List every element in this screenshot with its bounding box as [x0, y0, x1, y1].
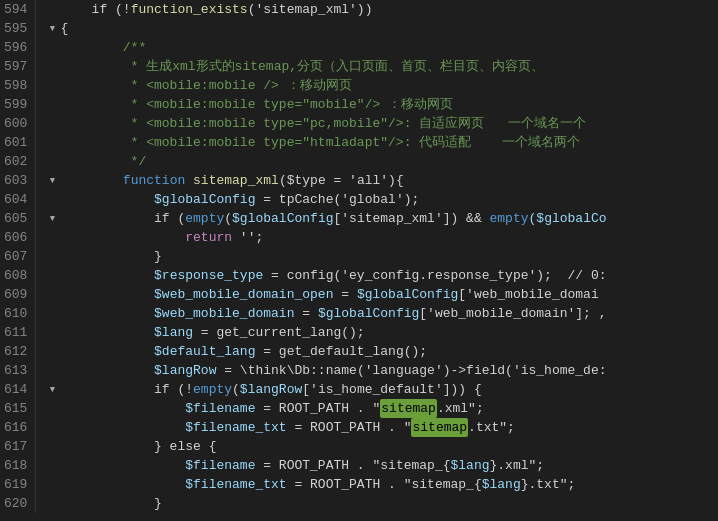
code-token: $lang — [154, 323, 193, 342]
code-line: ▾ function sitemap_xml($type = 'all'){ — [44, 171, 718, 190]
code-line: $web_mobile_domain_open = $globalConfig[… — [44, 285, 718, 304]
code-line: * 生成xml形式的sitemap,分页（入口页面、首页、栏目页、内容页、 — [44, 57, 718, 76]
line-number: 615 — [4, 399, 27, 418]
code-token: $langRow — [154, 361, 216, 380]
line-number: 616 — [4, 418, 27, 437]
code-token: $response_type — [154, 266, 263, 285]
code-token: ['web_mobile_domai — [458, 285, 598, 304]
code-token: } — [60, 494, 161, 513]
code-token: empty — [185, 209, 224, 228]
code-line: ▾{ — [44, 19, 718, 38]
code-line: * <mobile:mobile /> ：移动网页 — [44, 76, 718, 95]
code-token: = — [333, 285, 356, 304]
code-token: function_exists — [131, 0, 248, 19]
code-token — [60, 323, 154, 342]
line-number: 609 — [4, 285, 27, 304]
code-token: = ROOT_PATH . " — [255, 399, 380, 418]
code-token: * 生成xml形式的sitemap,分页（入口页面、首页、栏目页、内容页、 — [60, 57, 544, 76]
code-token: ('sitemap_xml')) — [248, 0, 373, 19]
line-number: 599 — [4, 95, 27, 114]
code-token: $globalConfig — [232, 209, 333, 228]
code-token: sitemap — [380, 399, 437, 418]
code-line: return ''; — [44, 228, 718, 247]
code-area[interactable]: if (!function_exists('sitemap_xml'))▾{ /… — [36, 0, 718, 513]
fold-gutter[interactable]: ▾ — [44, 171, 60, 190]
code-token: $filename_txt — [185, 418, 286, 437]
code-token: = — [294, 304, 317, 323]
code-token: if (! — [60, 380, 193, 399]
code-token: $globalConfig — [318, 304, 419, 323]
code-token — [60, 266, 154, 285]
code-token: empty — [193, 380, 232, 399]
code-token — [60, 475, 185, 494]
code-line: $langRow = \think\Db::name('language')->… — [44, 361, 718, 380]
code-line: if (!function_exists('sitemap_xml')) — [44, 0, 718, 19]
code-line: ▾ if (!empty($langRow['is_home_default']… — [44, 380, 718, 399]
line-number: 601 — [4, 133, 27, 152]
code-token: ['web_mobile_domain']; , — [419, 304, 606, 323]
code-line: } — [44, 494, 718, 513]
code-token: $langRow — [240, 380, 302, 399]
code-line: $filename_txt = ROOT_PATH . "sitemap.txt… — [44, 418, 718, 437]
line-number: 604 — [4, 190, 27, 209]
code-token: ['sitemap_xml']) && — [333, 209, 489, 228]
code-token: ['is_home_default'])) { — [302, 380, 481, 399]
code-token — [60, 190, 154, 209]
code-line: $lang = get_current_lang(); — [44, 323, 718, 342]
code-token: sitemap_xml — [193, 171, 279, 190]
code-token: ($type = 'all'){ — [279, 171, 404, 190]
code-token: $lang — [482, 475, 521, 494]
code-line: $response_type = config('ey_config.respo… — [44, 266, 718, 285]
code-token: = get_default_lang(); — [255, 342, 427, 361]
line-number: 596 — [4, 38, 27, 57]
code-token — [60, 342, 154, 361]
line-number: 608 — [4, 266, 27, 285]
code-token: $web_mobile_domain_open — [154, 285, 333, 304]
line-number: 597 — [4, 57, 27, 76]
code-token: ( — [224, 209, 232, 228]
code-line: } — [44, 247, 718, 266]
code-token: * <mobile:mobile /> ：移动网页 — [60, 76, 351, 95]
line-number: 605 — [4, 209, 27, 228]
fold-gutter[interactable]: ▾ — [44, 209, 60, 228]
code-token: function — [123, 171, 185, 190]
code-token: .txt"; — [468, 418, 515, 437]
line-number: 612 — [4, 342, 27, 361]
code-token: */ — [60, 152, 146, 171]
code-token: if (! — [60, 0, 130, 19]
code-token: ''; — [232, 228, 263, 247]
line-number: 619 — [4, 475, 27, 494]
line-number: 595 — [4, 19, 27, 38]
code-token: = tpCache('global'); — [255, 190, 419, 209]
code-token: /** — [60, 38, 146, 57]
line-numbers: 5945955965975985996006016026036046056066… — [0, 0, 36, 513]
code-line: $filename = ROOT_PATH . "sitemap.xml"; — [44, 399, 718, 418]
code-token: = get_current_lang(); — [193, 323, 365, 342]
code-token — [60, 456, 185, 475]
code-line: $filename = ROOT_PATH . "sitemap_{$lang}… — [44, 456, 718, 475]
code-token: $filename — [185, 456, 255, 475]
code-token: sitemap — [411, 418, 468, 437]
fold-gutter[interactable]: ▾ — [44, 380, 60, 399]
code-line: $filename_txt = ROOT_PATH . "sitemap_{$l… — [44, 475, 718, 494]
code-token: $web_mobile_domain — [154, 304, 294, 323]
code-line: /** — [44, 38, 718, 57]
line-number: 617 — [4, 437, 27, 456]
code-line: $web_mobile_domain = $globalConfig['web_… — [44, 304, 718, 323]
code-token: $lang — [451, 456, 490, 475]
fold-gutter[interactable]: ▾ — [44, 19, 60, 38]
code-token: $globalConfig — [357, 285, 458, 304]
code-line: * <mobile:mobile type="mobile"/> ：移动网页 — [44, 95, 718, 114]
code-token: * <mobile:mobile type="mobile"/> ：移动网页 — [60, 95, 453, 114]
code-line: ▾ if (empty($globalConfig['sitemap_xml']… — [44, 209, 718, 228]
code-token: ($globalCo — [529, 209, 607, 228]
code-token — [60, 418, 185, 437]
code-line: $default_lang = get_default_lang(); — [44, 342, 718, 361]
code-token: = config('ey_config.response_type'); // … — [263, 266, 606, 285]
code-token: = ROOT_PATH . " — [287, 418, 412, 437]
line-number: 598 — [4, 76, 27, 95]
code-line: * <mobile:mobile type="htmladapt"/>: 代码适… — [44, 133, 718, 152]
line-number: 602 — [4, 152, 27, 171]
code-line: * <mobile:mobile type="pc,mobile"/>: 自适应… — [44, 114, 718, 133]
code-token: ( — [232, 380, 240, 399]
